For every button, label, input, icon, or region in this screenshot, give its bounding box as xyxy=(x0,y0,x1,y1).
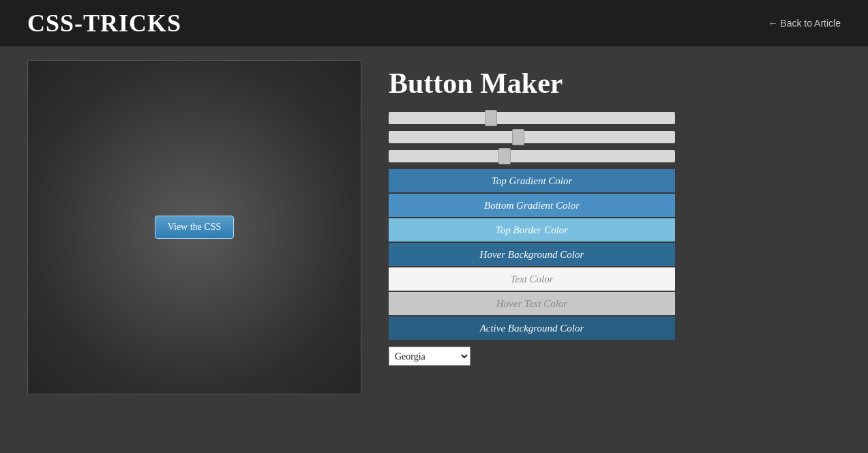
font-select[interactable]: GeorgiaArialVerdanaTimes New RomanCourie… xyxy=(389,347,470,366)
top-gradient-color-button[interactable]: Top Gradient Color xyxy=(389,169,675,192)
slider-row-3 xyxy=(389,150,841,165)
slider-3[interactable] xyxy=(389,150,675,162)
preview-button[interactable]: View the CSS xyxy=(155,216,235,239)
top-border-color-button[interactable]: Top Border Color xyxy=(389,218,675,242)
font-select-row: GeorgiaArialVerdanaTimes New RomanCourie… xyxy=(389,347,841,366)
slider-row-1 xyxy=(389,112,841,127)
hover-bg-color-button[interactable]: Hover Background Color xyxy=(389,243,675,266)
slider-2[interactable] xyxy=(389,131,675,143)
controls-panel: Button Maker Top Gradient Color Bottom G… xyxy=(389,60,841,366)
slider-1[interactable] xyxy=(389,112,675,124)
main-content: View the CSS Button Maker Top Gradient C… xyxy=(0,46,868,408)
bottom-gradient-color-button[interactable]: Bottom Gradient Color xyxy=(389,194,675,217)
button-maker-title: Button Maker xyxy=(389,67,841,100)
preview-panel: View the CSS xyxy=(27,60,361,394)
site-title: CSS-TRICKS xyxy=(27,9,181,38)
slider-row-2 xyxy=(389,131,841,146)
back-to-article-link[interactable]: ← Back to Article xyxy=(768,18,841,29)
header: CSS-TRICKS ← Back to Article xyxy=(0,0,868,46)
text-color-button[interactable]: Text Color xyxy=(389,267,675,291)
hover-text-color-button[interactable]: Hover Text Color xyxy=(389,292,675,315)
active-bg-color-button[interactable]: Active Background Color xyxy=(389,317,675,340)
